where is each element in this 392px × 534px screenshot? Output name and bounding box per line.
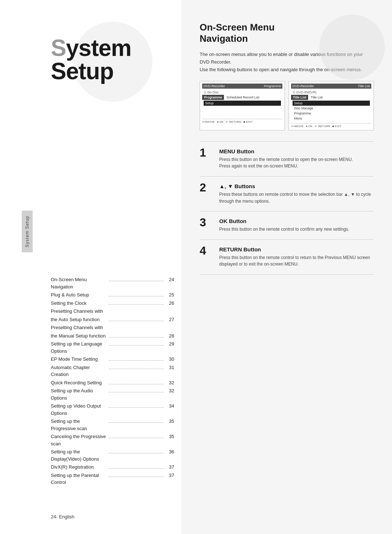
screenshot-left: DVD-Recorder Programme ⊙ No Disc Program… [200,81,285,130]
screenshots-row: DVD-Recorder Programme ⊙ No Disc Program… [200,81,374,130]
toc-group: Presetting Channels with the Manual Setu… [51,324,174,339]
step-4-desc: Press this button on the remote control … [219,254,374,268]
bottom-divider [200,274,374,275]
toc-item: Presetting Channels with [51,324,174,331]
toc-item: Setting up Video Output Options 34 [51,402,174,417]
toc-item: Setting up the Progressive scan 35 [51,418,174,432]
step-1: 1 MENU Button Press this button on the r… [200,141,374,176]
screenshot-menu-items: Setup [202,100,282,117]
step-1-title: MENU Button [219,148,374,154]
step-3-desc: Press this button on the remote control … [219,226,374,233]
title-s-letter: S [51,35,66,61]
title-setup: SetupSetup [51,60,131,83]
right-panel: On-Screen MenuNavigation The on-screen m… [181,0,392,534]
toc-item: the Manual Setup function 28 [51,332,174,340]
toc-item: EP Mode Time Setting 30 [51,356,174,363]
screenshot-header-left: DVD-Recorder Programme [202,84,282,89]
screenshot-disc2: ⊙ DVD-RW(VR) [291,90,371,95]
screenshot-header-right: DVD-Recorder Title List [291,84,371,89]
toc-item: DivX(R) Registration 37 [51,464,174,471]
step-3: 3 OK Button Press this button on the rem… [200,211,374,239]
left-panel: SSystemystem SetupSetup System Setup On-… [0,0,181,534]
screenshot-disc: ⊙ No Disc [202,90,282,95]
step-2: 2 ▲, ▼ Buttons Press these buttons on re… [200,176,374,211]
step-3-title: OK Button [219,218,374,224]
toc-item: Presetting Channels with [51,308,174,315]
toc-item: Setting the Clock 26 [51,300,174,307]
section-title: On-Screen MenuNavigation [200,22,374,44]
sidebar-tab: System Setup [22,211,33,252]
toc-item: Setting up the Audio Options 32 [51,387,174,401]
step-2-title: ▲, ▼ Buttons [219,183,374,189]
screenshot-submenu2: Title List Title List [291,95,371,100]
toc-item: the Auto Setup function 27 [51,316,174,323]
steps-section: 1 MENU Button Press this button on the r… [200,141,374,275]
chapter-title-block: SSystemystem SetupSetup [51,36,131,83]
toc-item: On-Screen Menu Navigation 24 [51,276,174,290]
step-4-title: RETURN Button [219,246,374,252]
step-2-desc: Press these buttons on remote control to… [219,191,374,205]
toc-item: Setting up the Display(Video) Options 36 [51,448,174,462]
step-1-desc: Press this button on the remote control … [219,156,374,170]
screenshot-submenu: Programme Scheduled Record List [202,95,282,100]
screenshot-right: DVD-Recorder Title List ⊙ DVD-RW(VR) Tit… [289,81,374,130]
step-4: 4 RETURN Button Press this button on the… [200,239,374,274]
toc-item: Canceling the Progressive scan 35 [51,433,174,447]
screenshot-footer-left: ⟺MOVE ● OK ↩ RETURN ■ EXIT [202,119,282,124]
screenshot-menu-items2: Setup Disc Manage Programme Menu [291,100,371,122]
page-number: 24- English [51,514,74,519]
title-system: SSystemystem [51,36,131,60]
toc-item: Automatic Chapter Creation 31 [51,364,174,378]
toc-group: Presetting Channels with the Auto Setup … [51,308,174,323]
toc-item: Quick Recording Setting 32 [51,379,174,387]
screenshot-footer-right: ⟺MOVE ● OK ↩ RETURN ■ EXIT [291,123,371,128]
table-of-contents: On-Screen Menu Navigation 24 Plug & Auto… [51,276,174,487]
toc-item: Plug & Auto Setup 25 [51,291,174,299]
toc-item: Setting up the Parental Control 37 [51,472,174,486]
toc-item: Setting up the Language Options 29 [51,340,174,355]
